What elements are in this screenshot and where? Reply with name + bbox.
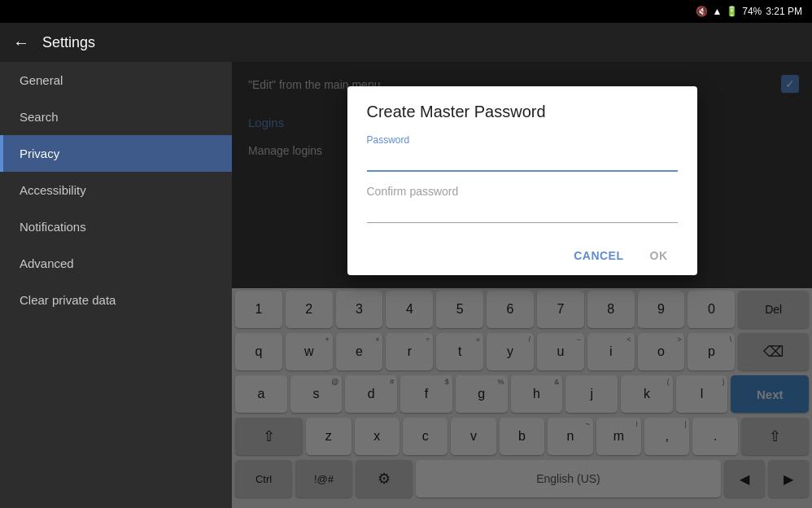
app-bar: ← Settings bbox=[0, 23, 812, 62]
status-bar: 🔇 ▲ 🔋 74% 3:21 PM bbox=[0, 0, 812, 23]
cancel-button[interactable]: CANCEL bbox=[564, 243, 633, 269]
confirm-password-label: Confirm password bbox=[367, 185, 678, 198]
sidebar-item-general[interactable]: General bbox=[0, 62, 232, 99]
create-master-password-dialog: Create Master Password Password Confirm … bbox=[347, 86, 697, 275]
main-content: General Search Privacy Accessibility Not… bbox=[0, 62, 812, 508]
dialog-title: Create Master Password bbox=[367, 103, 678, 121]
ok-button[interactable]: OK bbox=[640, 243, 678, 269]
wifi-icon: ▲ bbox=[712, 6, 722, 17]
sidebar-item-notifications[interactable]: Notifications bbox=[0, 208, 232, 245]
password-label: Password bbox=[367, 134, 678, 146]
battery-percent: 74% bbox=[742, 6, 762, 17]
back-button[interactable]: ← bbox=[13, 33, 29, 52]
right-content: "Edit" from the main menu Logins Manage … bbox=[232, 62, 812, 508]
sidebar-item-advanced[interactable]: Advanced bbox=[0, 245, 232, 282]
sidebar-item-clear-private-data[interactable]: Clear private data bbox=[0, 282, 232, 318]
sidebar-item-privacy[interactable]: Privacy bbox=[0, 135, 232, 172]
sidebar-item-search[interactable]: Search bbox=[0, 99, 232, 135]
battery-icon: 🔋 bbox=[726, 6, 738, 17]
page-title: Settings bbox=[42, 34, 95, 51]
password-input[interactable] bbox=[367, 147, 678, 172]
sidebar-item-accessibility[interactable]: Accessibility bbox=[0, 172, 232, 208]
sidebar: General Search Privacy Accessibility Not… bbox=[0, 62, 232, 508]
confirm-password-input[interactable] bbox=[367, 199, 678, 223]
dialog-actions: CANCEL OK bbox=[367, 236, 678, 275]
dialog-overlay: Create Master Password Password Confirm … bbox=[232, 62, 812, 508]
mute-icon: 🔇 bbox=[696, 6, 708, 17]
time: 3:21 PM bbox=[766, 6, 802, 17]
status-icons: 🔇 ▲ 🔋 74% 3:21 PM bbox=[696, 6, 802, 17]
